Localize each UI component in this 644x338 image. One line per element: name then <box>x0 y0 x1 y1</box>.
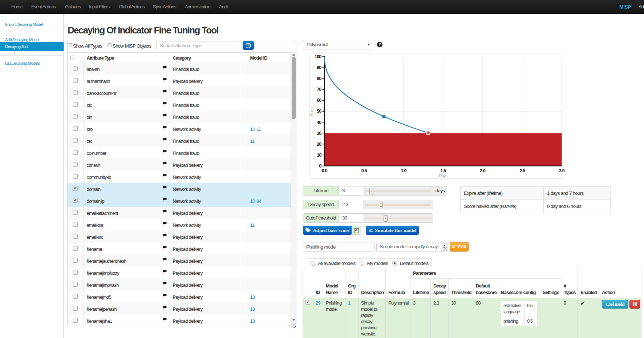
svg-text:0: 0 <box>319 164 321 169</box>
svg-text:50: 50 <box>317 109 321 114</box>
svg-text:1.5: 1.5 <box>441 168 446 173</box>
svg-text:1.0: 1.0 <box>401 168 407 173</box>
svg-text:40: 40 <box>317 120 321 125</box>
svg-text:10: 10 <box>317 153 321 158</box>
svg-text:0.0: 0.0 <box>322 168 328 173</box>
svg-text:30: 30 <box>317 131 321 136</box>
svg-text:Days: Days <box>439 173 447 178</box>
svg-text:0.5: 0.5 <box>361 168 367 173</box>
svg-text:90: 90 <box>317 65 321 70</box>
svg-text:70: 70 <box>317 87 321 92</box>
svg-text:2.0: 2.0 <box>480 168 486 173</box>
svg-text:20: 20 <box>317 142 321 147</box>
svg-text:100: 100 <box>315 54 321 59</box>
svg-text:80: 80 <box>317 76 321 81</box>
svg-text:Score: Score <box>309 106 314 116</box>
svg-text:3.0: 3.0 <box>559 168 565 173</box>
svg-text:2.5: 2.5 <box>519 168 525 173</box>
svg-text:60: 60 <box>317 98 321 103</box>
